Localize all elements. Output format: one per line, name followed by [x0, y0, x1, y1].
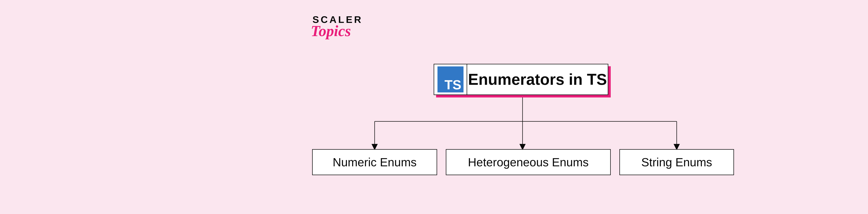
root-node: TS Enumerators in TS: [434, 64, 611, 96]
child-label: Numeric Enums: [333, 155, 416, 169]
child-label: Heterogeneous Enums: [468, 155, 589, 169]
child-node-string-enums: String Enums: [619, 149, 734, 175]
connectors: [0, 0, 868, 214]
root-icon-cell: TS: [434, 64, 467, 95]
typescript-icon: TS: [437, 66, 464, 93]
logo-text-topics: Topics: [311, 23, 351, 39]
typescript-icon-label: TS: [444, 78, 461, 92]
child-node-numeric-enums: Numeric Enums: [312, 149, 437, 175]
root-title-cell: Enumerators in TS: [467, 64, 608, 95]
children-row: Numeric Enums Heterogeneous Enums String…: [312, 149, 734, 177]
child-node-heterogeneous-enums: Heterogeneous Enums: [446, 149, 611, 175]
child-label: String Enums: [641, 155, 712, 169]
root-title: Enumerators in TS: [468, 71, 607, 88]
root-node-box: TS Enumerators in TS: [434, 64, 608, 95]
brand-logo: SCALER Topics: [312, 14, 363, 39]
diagram-canvas: SCALER Topics TS Enumerators in TS: [0, 0, 868, 214]
logo-topics-wrap: Topics: [311, 24, 351, 39]
